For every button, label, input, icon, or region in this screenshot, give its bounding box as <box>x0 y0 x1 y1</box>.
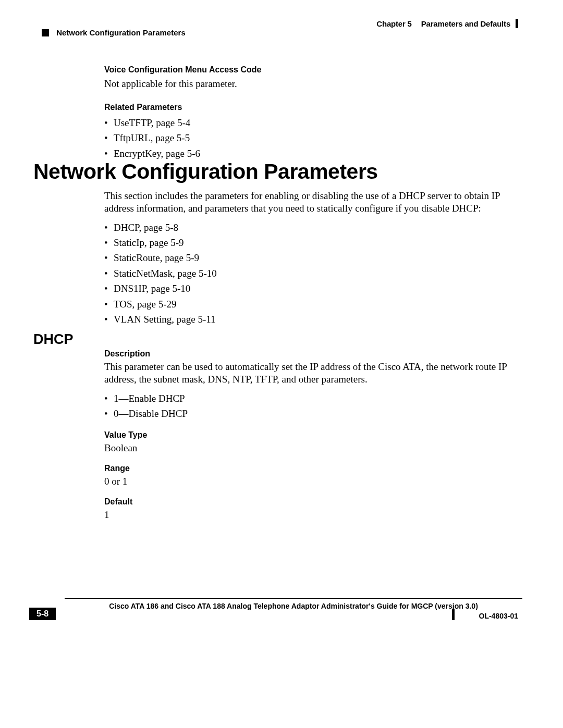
dhcp-heading: DHCP <box>33 331 74 348</box>
list-item: UseTFTP, page 5-4 <box>114 115 522 130</box>
list-item: TOS, page 5-29 <box>114 297 522 312</box>
list-item: TftpURL, page 5-5 <box>114 130 522 145</box>
list-item: StaticIp, page 5-9 <box>114 235 522 250</box>
square-icon <box>42 29 49 36</box>
header-right: Chapter 5 Parameters and Defaults <box>376 19 518 28</box>
content-top: Voice Configuration Menu Access Code Not… <box>104 65 522 168</box>
value-type: Boolean <box>104 442 522 454</box>
dhcp-block: Description This parameter can be used t… <box>104 349 522 530</box>
list-item: StaticNetMask, page 5-10 <box>114 266 522 281</box>
page-number-badge: 5-8 <box>29 608 56 620</box>
footer-bar-icon <box>452 609 455 620</box>
description-label: Description <box>104 349 522 359</box>
description-text: This parameter can be used to automatica… <box>104 361 522 386</box>
chapter-label: Chapter 5 <box>376 19 411 28</box>
related-heading: Related Parameters <box>104 103 522 112</box>
list-item: DNS1IP, page 5-10 <box>114 281 522 296</box>
list-item: DHCP, page 5-8 <box>114 220 522 235</box>
main-heading: Network Configuration Parameters <box>33 159 378 184</box>
intro-text: This section includes the parameters for… <box>104 190 522 215</box>
footer-rule <box>65 598 522 599</box>
related-list: UseTFTP, page 5-4 TftpURL, page 5-5 Encr… <box>104 115 522 161</box>
list-item: StaticRoute, page 5-9 <box>114 250 522 265</box>
footer-code: OL-4803-01 <box>479 612 518 620</box>
intro-list: DHCP, page 5-8 StaticIp, page 5-9 Static… <box>104 220 522 327</box>
dhcp-options-list: 1—Enable DHCP 0—Disable DHCP <box>104 391 522 422</box>
list-item: VLAN Setting, page 5-11 <box>114 312 522 327</box>
value-type-label: Value Type <box>104 430 522 440</box>
running-section: Network Configuration Parameters <box>56 28 186 37</box>
range-value: 0 or 1 <box>104 475 522 488</box>
intro-block: This section includes the parameters for… <box>104 190 522 335</box>
chapter-title: Parameters and Defaults <box>421 19 510 28</box>
header-left: Network Configuration Parameters <box>42 28 186 37</box>
list-item: 1—Enable DHCP <box>114 391 522 406</box>
range-label: Range <box>104 464 522 473</box>
voice-access-heading: Voice Configuration Menu Access Code <box>104 65 522 75</box>
voice-access-text: Not applicable for this parameter. <box>104 78 522 90</box>
default-value: 1 <box>104 509 522 521</box>
header-bar-icon <box>516 19 518 28</box>
list-item: 0—Disable DHCP <box>114 406 522 421</box>
default-label: Default <box>104 497 522 507</box>
list-item: EncryptKey, page 5-6 <box>114 146 522 161</box>
